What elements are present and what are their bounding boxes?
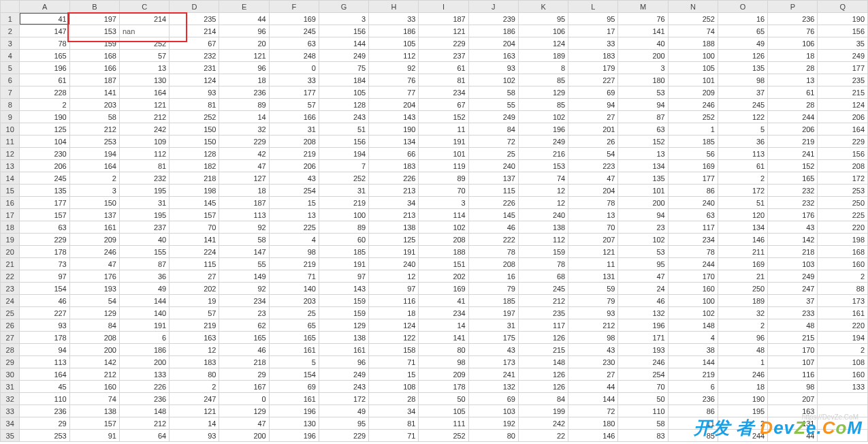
cell[interactable]: 105: [419, 405, 468, 417]
cell[interactable]: 3: [319, 13, 368, 25]
col-header-N[interactable]: N: [668, 1, 718, 13]
cell[interactable]: 197: [468, 307, 518, 319]
cell[interactable]: 91: [69, 430, 119, 442]
cell[interactable]: 228: [20, 86, 69, 99]
row-header[interactable]: 15: [1, 185, 20, 197]
cell[interactable]: 58: [618, 417, 668, 430]
cell[interactable]: 75: [319, 62, 368, 74]
cell[interactable]: 252: [119, 37, 169, 50]
cell[interactable]: 13: [568, 209, 618, 221]
cell[interactable]: 124: [369, 319, 419, 332]
cell[interactable]: 191: [119, 319, 169, 332]
cell[interactable]: 47: [618, 270, 668, 283]
cell[interactable]: 242: [518, 417, 568, 430]
cell[interactable]: 182: [170, 160, 219, 172]
col-header-B[interactable]: B: [69, 1, 119, 13]
cell[interactable]: 230: [20, 148, 69, 160]
cell[interactable]: 208: [69, 332, 119, 344]
cell[interactable]: 126: [518, 381, 568, 393]
cell[interactable]: 74: [668, 25, 718, 37]
cell[interactable]: 81: [419, 74, 468, 86]
cell[interactable]: 157: [170, 209, 219, 221]
cell[interactable]: 169: [269, 13, 319, 25]
cell[interactable]: 145: [170, 197, 219, 209]
cell[interactable]: 200: [69, 344, 119, 356]
cell[interactable]: 11: [419, 123, 468, 136]
cell[interactable]: 164: [20, 368, 69, 381]
cell[interactable]: 166: [69, 62, 119, 74]
cell[interactable]: 194: [319, 148, 368, 160]
cell[interactable]: 227: [20, 307, 69, 319]
cell[interactable]: 12: [518, 185, 568, 197]
cell[interactable]: 207: [768, 393, 818, 405]
cell[interactable]: 33: [269, 74, 319, 86]
cell[interactable]: 120: [718, 209, 767, 221]
cell[interactable]: 214: [170, 25, 219, 37]
row-header[interactable]: 18: [1, 221, 20, 234]
cell[interactable]: 57: [119, 50, 169, 62]
cell[interactable]: 247: [768, 283, 818, 295]
cell[interactable]: 0: [269, 62, 319, 74]
cell[interactable]: 89: [319, 221, 368, 234]
cell[interactable]: 183: [369, 160, 419, 172]
col-header-O[interactable]: O: [718, 1, 767, 13]
col-header-G[interactable]: G: [319, 1, 368, 13]
cell[interactable]: 164: [818, 123, 868, 136]
cell[interactable]: 1: [718, 356, 767, 368]
cell[interactable]: 177: [818, 62, 868, 74]
cell[interactable]: 236: [768, 13, 818, 25]
cell[interactable]: 46: [20, 295, 69, 307]
row-header[interactable]: 3: [1, 37, 20, 50]
cell[interactable]: 70: [170, 221, 219, 234]
cell[interactable]: 140: [269, 283, 319, 295]
cell[interactable]: 196: [518, 123, 568, 136]
cell[interactable]: 138: [369, 221, 419, 234]
cell[interactable]: 18: [768, 50, 818, 62]
cell[interactable]: 65: [718, 25, 767, 37]
cell[interactable]: 173: [468, 356, 518, 368]
cell[interactable]: 191: [319, 258, 368, 270]
cell[interactable]: 98: [568, 332, 618, 344]
cell[interactable]: 254: [618, 368, 668, 381]
cell[interactable]: 209: [69, 234, 119, 246]
cell[interactable]: 192: [468, 417, 518, 430]
cell[interactable]: 248: [269, 50, 319, 62]
cell[interactable]: 74: [69, 393, 119, 405]
cell[interactable]: 78: [568, 197, 618, 209]
cell[interactable]: 34: [369, 197, 419, 209]
cell[interactable]: 246: [69, 246, 119, 258]
cell[interactable]: 187: [419, 13, 468, 25]
cell[interactable]: 184: [319, 74, 368, 86]
cell[interactable]: 168: [69, 50, 119, 62]
cell[interactable]: 46: [219, 344, 269, 356]
cell[interactable]: 163: [170, 332, 219, 344]
cell[interactable]: 253: [20, 430, 69, 442]
row-header[interactable]: 31: [1, 381, 20, 393]
cell[interactable]: 253: [69, 136, 119, 148]
cell[interactable]: 206: [818, 111, 868, 123]
cell[interactable]: 165: [768, 172, 818, 185]
cell[interactable]: 55: [219, 258, 269, 270]
cell[interactable]: 93: [170, 430, 219, 442]
cell[interactable]: 2: [170, 381, 219, 393]
cell[interactable]: 154: [20, 283, 69, 295]
cell[interactable]: 70: [419, 185, 468, 197]
cell[interactable]: 219: [668, 368, 718, 381]
cell[interactable]: 183: [170, 356, 219, 368]
cell[interactable]: 130: [119, 74, 169, 86]
cell[interactable]: 249: [319, 50, 368, 62]
cell[interactable]: 12: [518, 197, 568, 209]
cell[interactable]: 60: [319, 234, 368, 246]
cell[interactable]: 32: [219, 123, 269, 136]
cell[interactable]: 124: [518, 37, 568, 50]
cell[interactable]: 13: [119, 62, 169, 74]
cell[interactable]: 218: [219, 356, 269, 368]
cell[interactable]: 201: [568, 123, 618, 136]
cell[interactable]: 138: [69, 405, 119, 417]
cell[interactable]: 3: [419, 197, 468, 209]
cell[interactable]: 249: [818, 50, 868, 62]
cell[interactable]: 204: [468, 37, 518, 50]
cell[interactable]: 240: [668, 197, 718, 209]
cell[interactable]: 209: [419, 368, 468, 381]
cell[interactable]: 63: [668, 209, 718, 221]
